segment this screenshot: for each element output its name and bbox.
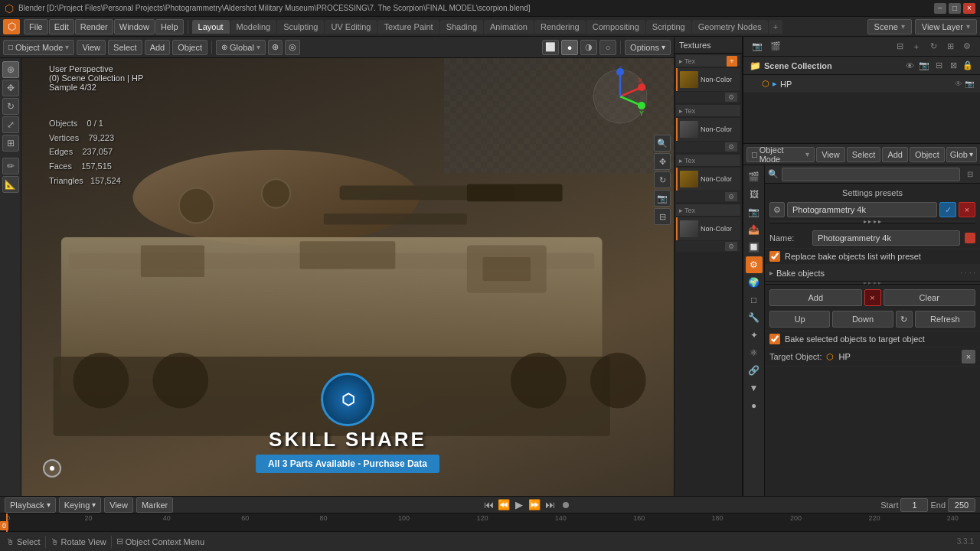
prop-object-mode-btn[interactable]: □ Object Mode ▾ xyxy=(746,147,815,162)
prop-world-icon-btn[interactable]: 🌍 xyxy=(746,274,763,291)
collection-render-btn[interactable]: 📷 xyxy=(918,60,930,72)
up-btn[interactable]: Up xyxy=(769,311,830,328)
view-menu-btn[interactable]: View xyxy=(77,40,106,55)
move-tool-btn[interactable]: ✥ xyxy=(2,80,19,96)
prop-constraints-icon-btn[interactable]: 🔗 xyxy=(746,362,763,379)
prop-view-layer-icon-btn[interactable]: 🔲 xyxy=(746,239,763,256)
prop-object-btn[interactable]: Object xyxy=(910,147,945,162)
measure-tool-btn[interactable]: 📐 xyxy=(2,176,19,193)
timeline-track-area[interactable]: 0 20 40 60 80 100 120 140 160 180 200 22… xyxy=(0,514,980,532)
rotate-tool-btn[interactable]: ↻ xyxy=(2,98,19,115)
outliner-settings-btn[interactable]: ⚙ xyxy=(960,40,974,54)
prop-material-icon-btn[interactable]: ● xyxy=(746,397,763,414)
viewport-tool-4[interactable]: 📷 xyxy=(654,190,671,207)
prop-scene-icon-btn[interactable]: 🎬 xyxy=(746,168,763,185)
tab-layout[interactable]: Layout xyxy=(192,20,230,34)
refresh-label-btn[interactable]: Refresh xyxy=(915,311,975,328)
tab-modeling[interactable]: Modeling xyxy=(230,20,277,34)
menu-file[interactable]: File xyxy=(24,19,48,34)
outliner-render-icon[interactable]: 🎬 xyxy=(768,39,783,54)
menu-edit[interactable]: Edit xyxy=(49,19,74,34)
add-btn[interactable]: Add xyxy=(769,289,862,306)
snap-btn[interactable]: ⊕ xyxy=(268,40,283,55)
scene-selector[interactable]: Scene ▾ xyxy=(867,19,912,34)
jump-start-btn[interactable]: ⏮ xyxy=(482,498,495,512)
rendered-btn[interactable]: ○ xyxy=(599,40,616,55)
next-frame-btn[interactable]: ⏩ xyxy=(528,498,541,512)
material-btn[interactable]: ◑ xyxy=(580,40,597,55)
name-value-input[interactable] xyxy=(812,230,960,246)
outliner-camera-icon[interactable]: 📷 xyxy=(750,39,765,54)
scale-tool-btn[interactable]: ⤢ xyxy=(2,116,19,133)
tab-rendering[interactable]: Rendering xyxy=(534,20,586,34)
maximize-btn[interactable]: □ xyxy=(949,3,961,14)
viewport-tool-5[interactable]: ⊟ xyxy=(654,208,671,225)
tab-compositing[interactable]: Compositing xyxy=(586,20,645,34)
jump-end-btn[interactable]: ⏭ xyxy=(543,498,557,512)
outliner-filter-btn[interactable]: ⊟ xyxy=(893,40,906,54)
outliner-item-hp[interactable]: ⬡ ▸ HP 👁 📷 xyxy=(743,75,980,93)
viewport-mode-btn[interactable]: □ Object Mode ▾ xyxy=(3,40,74,55)
prop-select-btn[interactable]: Select xyxy=(847,147,881,162)
refresh-btn[interactable]: ↻ xyxy=(896,311,913,328)
section-dots-row[interactable]: ▸ ▸ ▸ ▸ xyxy=(765,282,980,285)
prop-add-btn[interactable]: Add xyxy=(882,147,908,162)
menu-window[interactable]: Window xyxy=(114,19,155,34)
select-menu-btn[interactable]: Select xyxy=(108,40,142,55)
texture-item-3[interactable]: Non-Color xyxy=(676,168,740,191)
prop-output-icon-btn[interactable]: 📤 xyxy=(746,221,763,238)
options-btn[interactable]: Options ▾ xyxy=(625,40,671,55)
outliner-add-btn[interactable]: + xyxy=(910,40,923,54)
blender-menu-icon[interactable]: ⬡ xyxy=(3,19,20,34)
bake-selected-checkbox[interactable] xyxy=(769,334,780,344)
collection-lock-btn[interactable]: 🔒 xyxy=(962,60,974,72)
prop-renderlayer-icon-btn[interactable]: 🖼 xyxy=(746,186,763,203)
prop-view-btn[interactable]: View xyxy=(816,147,845,162)
tab-uv-editing[interactable]: UV Editing xyxy=(325,20,377,34)
collection-eye-btn[interactable]: 👁 xyxy=(903,60,916,72)
down-btn[interactable]: Down xyxy=(832,311,893,328)
tab-add[interactable]: + xyxy=(769,20,782,34)
object-menu-btn[interactable]: Object xyxy=(172,40,207,55)
clear-btn[interactable]: Clear xyxy=(884,289,976,306)
preset-add-btn[interactable]: ✓ xyxy=(939,202,956,217)
view-layer-selector[interactable]: View Layer ▾ xyxy=(915,19,977,34)
properties-search-input[interactable] xyxy=(782,168,960,181)
viewport-tool-2[interactable]: ✥ xyxy=(654,153,671,170)
prop-scene2-icon-btn[interactable]: ⚙ xyxy=(746,256,763,273)
start-frame-input[interactable] xyxy=(900,498,928,512)
timeline-playback-btn[interactable]: Playback ▾ xyxy=(5,497,56,513)
prev-frame-btn[interactable]: ⏪ xyxy=(497,498,511,512)
viewport-tool-1[interactable]: 🔍 xyxy=(654,135,671,152)
replace-bake-checkbox[interactable] xyxy=(769,251,780,262)
prop-object-icon-btn[interactable]: □ xyxy=(746,292,763,308)
tab-sculpting[interactable]: Sculpting xyxy=(277,20,324,34)
tab-animation[interactable]: Animation xyxy=(484,20,534,34)
tab-texture-paint[interactable]: Texture Paint xyxy=(377,20,439,34)
prop-data-icon-btn[interactable]: ▼ xyxy=(746,380,763,396)
cursor-tool-btn[interactable]: ⊕ xyxy=(2,61,19,78)
outliner-sync-btn[interactable]: ↻ xyxy=(926,40,940,54)
texture-item-1[interactable]: Non-Color xyxy=(676,68,740,91)
tab-geometry-nodes[interactable]: Geometry Nodes xyxy=(692,20,768,34)
viewport-tool-3[interactable]: ↻ xyxy=(654,171,671,188)
tab-shading[interactable]: Shading xyxy=(440,20,483,34)
end-frame-input[interactable] xyxy=(948,498,975,512)
menu-render[interactable]: Render xyxy=(75,19,113,34)
close-btn[interactable]: × xyxy=(963,3,975,14)
transform-origin-btn[interactable]: ⊕ Global ▾ xyxy=(216,40,266,55)
solid-btn[interactable]: ● xyxy=(561,40,578,55)
prop-modifiers-icon-btn[interactable]: 🔧 xyxy=(746,309,763,326)
name-color-dot[interactable] xyxy=(965,233,975,243)
preset-remove-btn[interactable]: × xyxy=(959,202,975,217)
timeline-marker-btn[interactable]: Marker xyxy=(136,497,173,513)
texture-item-4[interactable]: Non-Color xyxy=(676,217,740,240)
search-filter-btn[interactable]: ⊟ xyxy=(963,168,977,181)
section-expand-row-1[interactable]: ▸ ▸ ▸ ▸ xyxy=(769,220,975,223)
prop-particles-icon-btn[interactable]: ✦ xyxy=(746,327,763,344)
prop-render-icon-btn[interactable]: 📷 xyxy=(746,204,763,220)
remove-btn[interactable]: × xyxy=(864,289,881,306)
menu-help[interactable]: Help xyxy=(155,19,184,34)
preset-name-input[interactable] xyxy=(787,202,937,217)
transform-tool-btn[interactable]: ⊞ xyxy=(2,135,19,152)
